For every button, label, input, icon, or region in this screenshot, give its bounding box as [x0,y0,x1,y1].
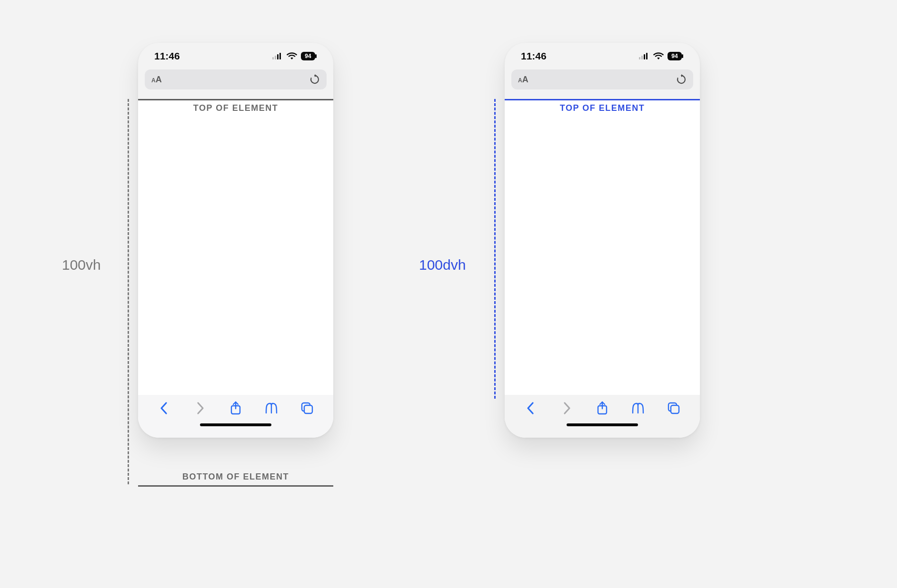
svg-rect-1 [275,56,276,59]
safari-address-bar[interactable]: AA [511,69,693,89]
forward-button[interactable] [557,402,576,415]
battery-icon: 94 [668,52,684,60]
battery-percent: 94 [668,52,682,60]
svg-rect-9 [639,57,640,59]
svg-rect-10 [641,56,643,59]
status-time: 11:46 [521,50,547,62]
wifi-icon [287,52,297,60]
reload-icon[interactable] [676,74,687,85]
reader-mode-icon[interactable]: AA [151,75,162,85]
tabs-button[interactable] [298,402,317,415]
battery-icon: 94 [301,52,317,60]
tabs-button[interactable] [664,402,683,415]
dimension-bracket-vh [128,99,129,484]
ios-status-bar: 11:46 [505,43,700,69]
back-button[interactable] [155,402,174,415]
bookmarks-button[interactable] [628,402,648,414]
svg-rect-12 [646,53,648,59]
bookmarks-button[interactable] [262,402,281,414]
vh-element-bottom-label: BOTTOM OF ELEMENT [138,472,333,482]
phone-mock-100dvh: 11:46 [505,43,700,438]
element-top-label: TOP OF ELEMENT [138,103,333,113]
status-time: 11:46 [154,50,180,62]
safari-toolbar [505,395,700,438]
svg-rect-8 [304,405,312,413]
wifi-icon [653,52,664,60]
svg-rect-2 [277,54,279,59]
element-top-label: TOP OF ELEMENT [505,103,700,113]
cellular-signal-icon [272,53,283,59]
reader-mode-icon[interactable]: AA [518,75,528,85]
back-button[interactable] [521,402,540,415]
battery-percent: 94 [301,52,315,60]
vh-element: TOP OF ELEMENT [138,99,333,438]
dimension-bracket-dvh [494,99,496,399]
ios-status-bar: 11:46 [138,43,333,69]
reload-icon[interactable] [309,74,320,85]
dvh-element: TOP OF ELEMENT BOTTOM OF ELEMENT [505,99,700,438]
svg-rect-17 [671,405,679,413]
share-button[interactable] [593,401,612,415]
safari-address-bar[interactable]: AA [145,69,327,89]
phone-mock-100vh: 11:46 [138,43,333,438]
share-button[interactable] [226,401,245,415]
forward-button[interactable] [190,402,209,415]
home-indicator [567,423,638,426]
dimension-label-dvh: 100dvh [419,257,466,273]
safari-toolbar [138,395,333,438]
svg-rect-5 [315,54,317,58]
svg-rect-11 [644,54,645,59]
svg-rect-0 [272,57,274,59]
svg-rect-3 [279,53,281,59]
diagram-stage: 11:46 [0,0,897,588]
cellular-signal-icon [639,53,649,59]
home-indicator [200,423,271,426]
svg-rect-14 [682,54,683,58]
dimension-label-vh: 100vh [62,257,101,273]
